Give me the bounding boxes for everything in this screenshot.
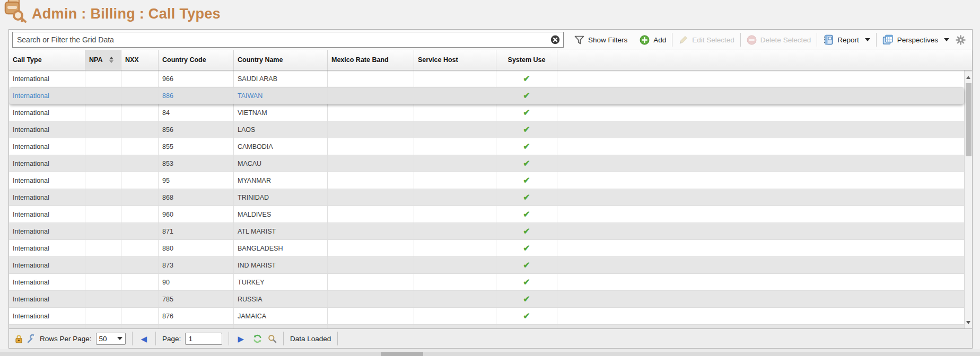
cell-country_code[interactable]: 856 [159,121,234,138]
cell-npa[interactable] [85,240,121,256]
cell-nxx[interactable] [121,325,159,328]
col-header-npa[interactable]: NPA [85,50,121,70]
cell-country_code[interactable]: 960 [159,206,234,222]
table-row[interactable]: International960MALDIVES✔ [9,206,964,223]
table-row[interactable]: International856LAOS✔ [9,121,964,138]
cell-call_type[interactable]: International [9,308,85,324]
cell-call_type[interactable]: International [9,172,85,189]
wrench-icon[interactable] [27,334,36,343]
col-header-nxx[interactable]: NXX [121,50,159,70]
cell-system_use[interactable]: ✔ [496,155,557,172]
table-row[interactable]: International785RUSSIA✔ [9,291,964,308]
cell-system_use[interactable]: ✔ [496,189,557,206]
cell-call_type[interactable]: International [9,325,85,328]
cell-country_code[interactable]: 873 [159,257,234,273]
cell-nxx[interactable] [121,206,159,222]
cell-mexico_rate_band[interactable] [328,240,414,256]
cell-country_name[interactable]: CAMBODIA [234,138,328,155]
cell-system_use[interactable]: ✔ [496,274,557,290]
table-row[interactable]: International855CAMBODIA✔ [9,138,964,155]
cell-country_name[interactable]: TRINIDAD [234,189,328,206]
cell-mexico_rate_band[interactable] [328,274,414,290]
cell-nxx[interactable] [121,155,159,172]
cell-system_use[interactable]: ✔ [496,104,557,121]
cell-npa[interactable] [85,138,121,155]
cell-call_type[interactable]: International [9,138,85,155]
cell-npa[interactable] [85,87,121,104]
cell-mexico_rate_band[interactable] [328,206,414,222]
cell-call_type[interactable]: International [9,206,85,222]
page-number-input[interactable] [185,333,222,345]
cell-npa[interactable] [85,325,121,328]
cell-country_name[interactable]: LAOS [234,121,328,138]
cell-mexico_rate_band[interactable] [328,138,414,155]
cell-service_host[interactable] [414,308,496,324]
cell-nxx[interactable] [121,223,159,239]
cell-service_host[interactable] [414,189,496,206]
cell-country_code[interactable]: 855 [159,138,234,155]
cell-npa[interactable] [85,308,121,324]
add-button[interactable]: Add [637,35,668,45]
cell-call_type[interactable]: International [9,104,85,121]
cell-call_type[interactable]: International [9,257,85,273]
cell-nxx[interactable] [121,274,159,290]
cell-npa[interactable] [85,104,121,121]
cell-service_host[interactable] [414,87,496,104]
cell-system_use[interactable]: ✔ [496,87,557,104]
cell-country_name[interactable]: MALDIVES [234,206,328,222]
cell-service_host[interactable] [414,274,496,290]
cell-service_host[interactable] [414,223,496,239]
cell-call_type[interactable]: International [9,240,85,256]
cell-npa[interactable] [85,172,121,189]
cell-country_name[interactable]: ATL MARIST [234,223,328,239]
column-search-icon[interactable] [268,334,277,343]
cell-service_host[interactable] [414,291,496,307]
next-page-icon[interactable]: ▶ [235,335,246,343]
cell-country_code[interactable]: 853 [159,155,234,172]
cell-country_name[interactable]: IRAQ [234,325,328,328]
cell-call_type[interactable]: International [9,121,85,138]
cell-nxx[interactable] [121,189,159,206]
cell-country_code[interactable]: 880 [159,240,234,256]
table-row[interactable]: International880BANGLADESH✔ [9,240,964,257]
cell-service_host[interactable] [414,121,496,138]
cell-mexico_rate_band[interactable] [328,87,414,104]
cell-mexico_rate_band[interactable] [328,104,414,121]
cell-mexico_rate_band[interactable] [328,223,414,239]
cell-mexico_rate_band[interactable] [328,257,414,273]
cell-service_host[interactable] [414,155,496,172]
col-header-call_type[interactable]: Call Type [9,50,85,70]
cell-mexico_rate_band[interactable] [328,155,414,172]
cell-npa[interactable] [85,206,121,222]
cell-country_name[interactable]: RUSSIA [234,291,328,307]
cell-country_code[interactable]: 964 [159,325,234,328]
col-header-system_use[interactable]: System Use [496,50,557,70]
cell-country_name[interactable]: VIETNAM [234,104,328,121]
cell-service_host[interactable] [414,70,496,87]
cell-call_type[interactable]: International [9,70,85,87]
cell-country_name[interactable]: IND MARIST [234,257,328,273]
cell-country_name[interactable]: MACAU [234,155,328,172]
cell-system_use[interactable]: ✔ [496,121,557,138]
table-row[interactable]: International886TAIWAN✔ [9,87,964,104]
cell-nxx[interactable] [121,138,159,155]
col-header-mexico_rate_band[interactable]: Mexico Rate Band [328,50,414,70]
cell-call_type[interactable]: International [9,155,85,172]
cell-nxx[interactable] [121,240,159,256]
cell-country_code[interactable]: 876 [159,308,234,324]
cell-npa[interactable] [85,274,121,290]
cell-country_code[interactable]: 785 [159,291,234,307]
table-row[interactable]: International90TURKEY✔ [9,274,964,291]
cell-country_name[interactable]: MYANMAR [234,172,328,189]
horizontal-scrollbar-thumb[interactable] [381,352,423,356]
rows-per-page-select[interactable]: 50 [96,333,126,345]
cell-system_use[interactable]: ✔ [496,223,557,239]
cell-npa[interactable] [85,257,121,273]
cell-npa[interactable] [85,189,121,206]
horizontal-scrollbar[interactable] [0,352,980,356]
delete-selected-button[interactable]: Delete Selected [745,35,813,45]
cell-npa[interactable] [85,70,121,87]
cell-country_name[interactable]: TAIWAN [234,87,328,104]
padlock-icon[interactable] [14,334,23,343]
cell-nxx[interactable] [121,308,159,324]
